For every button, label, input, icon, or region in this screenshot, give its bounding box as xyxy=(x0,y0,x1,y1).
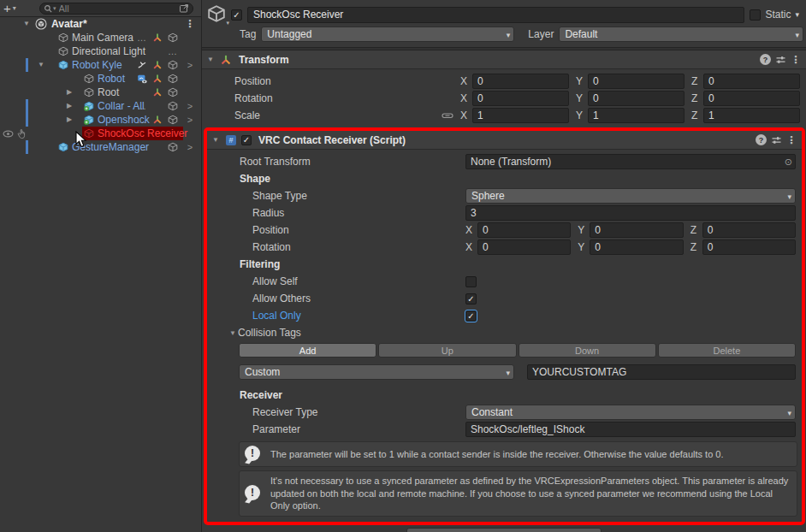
tag-label: Tag xyxy=(240,28,256,40)
allow-others-checkbox[interactable]: ✓ xyxy=(465,293,477,304)
hierarchy-row-openshock[interactable]: ▶ Openshock … > xyxy=(0,113,201,127)
rotation-x-field[interactable]: 0 xyxy=(472,91,569,106)
kebab-menu-icon[interactable]: ⋮ xyxy=(786,134,797,146)
active-checkbox[interactable]: ✓ xyxy=(231,9,242,21)
more-components-icon[interactable]: … xyxy=(137,33,147,43)
component-enabled-checkbox[interactable]: ✓ xyxy=(241,135,252,145)
scene-icon xyxy=(35,18,47,30)
more-components-icon[interactable]: … xyxy=(168,46,178,56)
prefab-added-cube-icon xyxy=(84,101,94,111)
foldout-closed-icon[interactable]: ▶ xyxy=(67,115,72,123)
help-icon[interactable]: ? xyxy=(756,134,767,145)
static-flags-caret-icon[interactable]: ▾ xyxy=(795,10,799,19)
hierarchy-row-root[interactable]: ▶ Root xyxy=(0,86,201,99)
constrain-proportions-link-icon[interactable] xyxy=(442,110,453,121)
position-x-field[interactable]: 0 xyxy=(472,74,569,89)
transform-header[interactable]: ▼ Transform ? ⋮ xyxy=(202,50,806,69)
parameter-row: Parameter ShockOsc/leftleg_IShock xyxy=(207,421,802,438)
cube-icon xyxy=(168,142,178,152)
up-button[interactable]: Up xyxy=(378,343,516,358)
prefab-open-chevron-icon[interactable]: > xyxy=(187,101,193,111)
position-y-field[interactable]: 0 xyxy=(588,74,685,89)
scale-z-field[interactable]: 1 xyxy=(703,108,800,123)
scene-name-label: Avatar* xyxy=(51,18,87,30)
rotation-label: Rotation xyxy=(234,92,273,104)
scale-y-field[interactable]: 1 xyxy=(588,108,685,123)
shape-position-z-field[interactable]: 0 xyxy=(702,222,796,238)
help-icon[interactable]: ? xyxy=(760,54,771,65)
down-button[interactable]: Down xyxy=(519,343,656,358)
info-bubble-icon: ! xyxy=(245,446,262,463)
layer-dropdown[interactable]: Default ▾ xyxy=(559,27,803,42)
hierarchy-row-robot-kyle[interactable]: ▼ Robot Kyle > xyxy=(0,58,201,72)
foldout-closed-icon[interactable]: ▶ xyxy=(67,88,72,96)
foldout-open-icon[interactable]: ▼ xyxy=(212,136,221,144)
radius-field[interactable]: 3 xyxy=(465,205,796,221)
tag-type-dropdown[interactable]: Custom ▾ xyxy=(239,364,514,380)
presets-icon[interactable] xyxy=(775,55,786,65)
object-picker-icon[interactable]: ⊙ xyxy=(785,157,792,168)
hierarchy-row-main-camera[interactable]: Main Camera … xyxy=(0,31,201,44)
hierarchy-search[interactable]: ▾ xyxy=(39,3,193,15)
hierarchy-row-directional-light[interactable]: Directional Light … xyxy=(0,44,201,58)
axis-icon xyxy=(152,115,163,125)
rotation-label: Rotation xyxy=(240,241,291,253)
scale-x-field[interactable]: 1 xyxy=(472,108,569,123)
foldout-open-icon[interactable]: ▼ xyxy=(23,20,30,27)
position-z-field[interactable]: 0 xyxy=(703,74,800,89)
hierarchy-row-robot[interactable]: Robot xyxy=(0,72,201,86)
kebab-menu-icon[interactable]: ⋮ xyxy=(791,54,801,66)
allow-self-checkbox[interactable] xyxy=(465,276,477,287)
cube-icon xyxy=(84,87,94,98)
help-box-2: ! It's not necessary to use a synced par… xyxy=(239,470,797,517)
create-object-button[interactable]: + ▾ xyxy=(3,1,26,15)
shape-position-x-field[interactable]: 0 xyxy=(477,222,571,238)
gameobject-icon[interactable]: ▾ xyxy=(207,4,228,25)
prefab-open-chevron-icon[interactable]: > xyxy=(187,60,193,70)
hierarchy-row-collar-all[interactable]: ▶ Collar - All … > xyxy=(0,99,201,113)
local-only-checkbox[interactable]: ✓ xyxy=(465,310,477,322)
foldout-open-icon[interactable]: ▼ xyxy=(207,56,216,63)
add-component-button[interactable]: Add Component xyxy=(406,528,602,532)
pickability-hand-icon[interactable] xyxy=(16,128,27,139)
search-window-icon[interactable] xyxy=(179,3,189,14)
receiver-type-row: Receiver Type Constant ▾ xyxy=(207,404,802,421)
parameter-field[interactable]: ShockOsc/leftleg_IShock xyxy=(465,422,796,437)
shape-rotation-y-field[interactable]: 0 xyxy=(590,239,683,255)
presets-icon[interactable] xyxy=(771,135,782,145)
tag-dropdown[interactable]: Untagged ▾ xyxy=(261,27,514,42)
foldout-closed-icon[interactable]: ▶ xyxy=(67,102,72,109)
axis-icon xyxy=(152,60,163,70)
custom-tag-field[interactable]: YOURCUSTOMTAG xyxy=(527,364,796,380)
shape-rotation-z-field[interactable]: 0 xyxy=(702,239,796,255)
shape-position-y-field[interactable]: 0 xyxy=(590,222,683,238)
kebab-menu-icon[interactable]: ⋮ xyxy=(185,18,195,30)
more-components-icon[interactable]: … xyxy=(137,101,147,111)
receiver-type-dropdown[interactable]: Constant ▾ xyxy=(465,405,796,420)
transform-body: Position X0 Y0 Z0 Rotation X0 Y0 Z0 Scal… xyxy=(202,69,806,127)
search-input[interactable] xyxy=(59,3,179,14)
shape-rotation-x-field[interactable]: 0 xyxy=(477,239,571,255)
collision-tags-row[interactable]: ▼ Collision Tags xyxy=(207,324,802,341)
add-button[interactable]: Add xyxy=(239,343,376,358)
vrc-contact-receiver-header[interactable]: ▼ ✓ VRC Contact Receiver (Script) ? ⋮ xyxy=(207,131,802,150)
gameobject-name-input[interactable] xyxy=(247,7,744,23)
position-row: Position X0 Y0 Z0 xyxy=(202,73,806,90)
hierarchy-row-avatar[interactable]: ▼ Avatar* ⋮ xyxy=(0,17,201,31)
hierarchy-row-shockosc-receiver[interactable]: ShockOsc Receiver xyxy=(0,127,201,140)
delete-button[interactable]: Delete xyxy=(658,343,796,358)
shape-type-dropdown[interactable]: Sphere ▾ xyxy=(465,188,796,204)
rotation-z-field[interactable]: 0 xyxy=(703,91,800,106)
foldout-open-icon[interactable]: ▼ xyxy=(229,329,238,337)
hierarchy-row-gesturemanager[interactable]: GestureManager … > xyxy=(0,140,201,154)
cube-icon xyxy=(168,115,178,125)
rotation-y-field[interactable]: 0 xyxy=(588,91,685,106)
static-checkbox[interactable] xyxy=(750,9,761,21)
unity-editor-window: + ▾ ▾ ▼ Avatar* ⋮ Main Camera … xyxy=(0,0,806,532)
root-transform-object-field[interactable]: None (Transform) ⊙ xyxy=(465,154,796,169)
plus-icon: + xyxy=(3,1,11,15)
prefab-open-chevron-icon[interactable]: > xyxy=(187,142,193,152)
foldout-open-icon[interactable]: ▼ xyxy=(38,61,44,68)
visibility-eye-icon[interactable] xyxy=(3,128,14,139)
prefab-open-chevron-icon[interactable]: > xyxy=(187,115,193,125)
